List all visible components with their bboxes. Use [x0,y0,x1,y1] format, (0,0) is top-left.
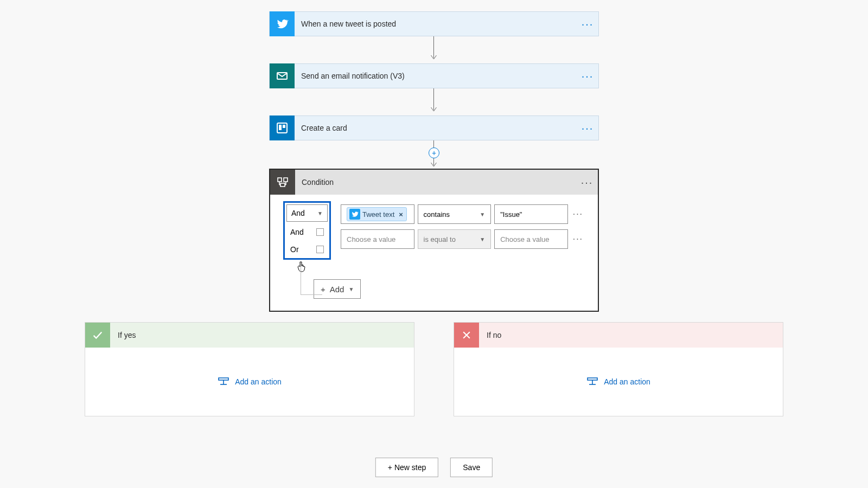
condition-operator-select[interactable]: is equal to ▼ [418,229,492,249]
twitter-icon [270,11,295,36]
flow-arrow-icon [434,88,435,106]
trello-icon [270,115,295,140]
svg-rect-7 [278,178,282,182]
placeholder-text: Choose a value [347,235,395,243]
condition-operator-select[interactable]: contains ▼ [418,204,492,224]
footer-buttons: + New step Save [375,458,493,477]
condition-row-more-button[interactable]: ··· [571,204,585,224]
tree-connector-line [301,262,322,295]
operator-value: contains [424,210,450,219]
twitter-icon [349,209,360,220]
add-action-button[interactable]: Add an action [586,377,650,387]
step-more-button[interactable]: ··· [577,12,598,36]
logic-select[interactable]: And ▼ [286,204,328,222]
step-more-button[interactable]: ··· [577,116,598,140]
if-yes-label: If yes [110,331,136,339]
condition-right-value[interactable]: Choose a value [494,229,568,249]
check-icon [85,323,110,348]
condition-row: Choose a value is equal to ▼ Choose a va… [341,229,585,249]
logic-option-label: And [290,228,304,236]
svg-rect-19 [588,378,597,380]
step-label: When a new tweet is posted [295,20,577,28]
step-send-email[interactable]: Send an email notification (V3) ··· [269,63,599,88]
save-label: Save [463,463,480,472]
logic-option-or[interactable]: Or [285,241,329,258]
condition-row-more-button[interactable]: ··· [571,229,585,249]
operator-value: is equal to [424,235,456,243]
logic-selected-value: And [291,209,305,217]
condition-title: Condition [295,178,576,187]
if-no-header[interactable]: If no [454,323,783,348]
if-no-branch: If no Add an action [454,322,783,416]
flow-arrow-icon [434,36,435,54]
logic-dropdown[interactable]: And ▼ And Or [283,201,331,260]
add-action-label: Add an action [604,377,650,386]
checkbox-icon [316,228,324,236]
token-tweet-text[interactable]: Tweet text × [347,207,407,221]
checkbox-icon [316,246,324,253]
svg-rect-4 [279,125,282,130]
token-remove-icon[interactable]: × [397,210,403,219]
add-action-label: Add an action [235,377,282,386]
step-create-card[interactable]: Create a card ··· [269,115,599,140]
chevron-down-icon: ▼ [348,286,354,292]
close-icon [454,323,479,348]
add-label: Add [330,285,344,294]
step-label: Create a card [295,124,577,132]
if-yes-header[interactable]: If yes [85,323,414,348]
token-label: Tweet text [362,210,394,219]
svg-rect-9 [280,183,285,187]
if-no-label: If no [479,331,501,339]
placeholder-text: Choose a value [500,235,549,243]
svg-rect-8 [284,178,288,182]
svg-rect-3 [277,123,287,133]
chevron-down-icon: ▼ [317,210,323,216]
add-action-button[interactable]: Add an action [218,377,282,387]
step-more-button[interactable]: ··· [577,64,598,88]
condition-card: Condition ··· And ▼ And Or [269,169,599,312]
save-button[interactable]: Save [450,458,493,477]
condition-row: Tweet text × contains ▼ "Issue" ··· [341,204,585,224]
step-trigger-tweet[interactable]: When a new tweet is posted ··· [269,11,599,36]
condition-left-value[interactable]: Choose a value [341,229,414,249]
logic-option-label: Or [290,245,299,254]
condition-right-value[interactable]: "Issue" [494,204,568,224]
condition-header[interactable]: Condition ··· [270,170,598,195]
logic-option-and[interactable]: And [285,223,329,241]
add-action-icon [586,377,598,387]
condition-more-button[interactable]: ··· [576,170,598,195]
svg-rect-14 [219,378,228,380]
chevron-down-icon: ▼ [480,236,485,242]
new-step-button[interactable]: + New step [375,458,438,477]
new-step-label: + New step [388,463,426,472]
if-yes-branch: If yes Add an action [85,322,414,416]
insert-step-button[interactable]: + [429,147,439,158]
chevron-down-icon: ▼ [480,211,485,217]
step-label: Send an email notification (V3) [295,72,577,80]
add-action-icon [218,377,229,387]
right-text: "Issue" [500,210,522,219]
condition-left-value[interactable]: Tweet text × [341,204,414,224]
condition-icon [270,170,295,195]
mail-icon [270,63,295,88]
svg-rect-5 [283,125,285,128]
